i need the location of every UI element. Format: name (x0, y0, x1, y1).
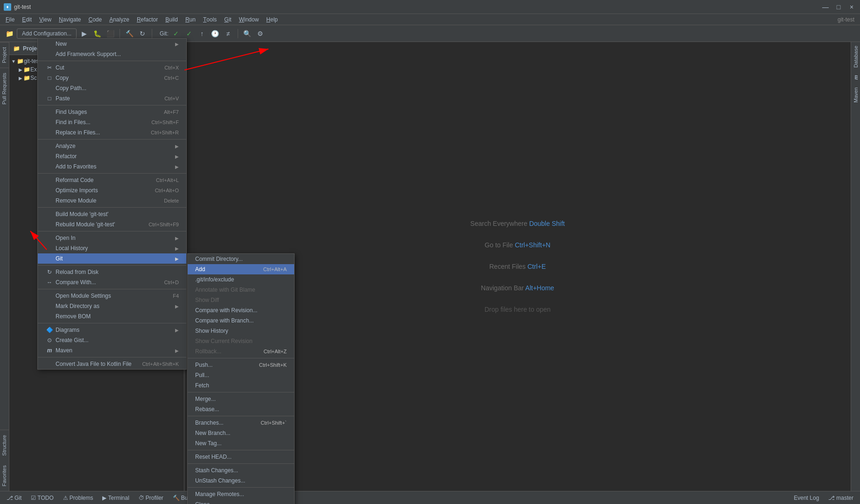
menu-window[interactable]: Window (235, 14, 263, 25)
menu-help[interactable]: Help (262, 14, 282, 25)
ctx-local-history[interactable]: Local History ▶ (38, 243, 186, 253)
settings-icon[interactable]: ⚙ (255, 28, 266, 39)
git-push[interactable]: ↑ (197, 28, 208, 39)
git-reset-head[interactable]: Reset HEAD... (188, 452, 294, 462)
ctx-optimize-imports[interactable]: Optimize Imports Ctrl+Alt+O (38, 185, 186, 196)
menu-view[interactable]: View (35, 14, 55, 25)
ctx-diagrams[interactable]: 🔷 Diagrams ▶ (38, 325, 186, 335)
git-fetch[interactable]: Fetch (188, 380, 294, 391)
status-git[interactable]: ⎇ Git (4, 494, 24, 502)
ctx-create-gist[interactable]: ⊙ Create Gist... (38, 335, 186, 345)
tab-structure[interactable]: Structure (0, 430, 9, 461)
ctx-cut[interactable]: ✂ Cut Ctrl+X (38, 63, 186, 73)
status-todo[interactable]: ☑ TODO (28, 494, 56, 502)
git-history[interactable]: 🕐 (210, 28, 221, 39)
status-event-log[interactable]: Event Log (791, 494, 822, 502)
menu-run[interactable]: Run (182, 14, 199, 25)
ctx-refactor[interactable]: Refactor ▶ (38, 151, 186, 161)
menu-navigate[interactable]: Navigate (55, 14, 85, 25)
terminal-label: Terminal (108, 495, 129, 501)
ctx-replace-in-files[interactable]: Replace in Files... Ctrl+Shift+R (38, 127, 186, 138)
ctx-reload-disk[interactable]: ↻ Reload from Disk (38, 267, 186, 277)
run-button[interactable]: ▶ (78, 28, 90, 39)
git-show-diff[interactable]: Show Diff (188, 295, 294, 305)
git-checkmark1[interactable]: ✓ (170, 28, 182, 39)
ctx-maven[interactable]: m Maven ▶ (38, 345, 186, 356)
menu-edit[interactable]: Edit (18, 14, 35, 25)
status-terminal[interactable]: ▶ Terminal (99, 494, 132, 502)
ctx-sep-9 (38, 323, 186, 323)
ctx-open-in[interactable]: Open In ▶ (38, 233, 186, 243)
git-commit-dir[interactable]: Commit Directory... (188, 254, 294, 264)
git-rebase[interactable]: Rebase... (188, 404, 294, 414)
debug-button[interactable]: 🐛 (92, 28, 103, 39)
ctx-analyze[interactable]: Analyze ▶ (38, 141, 186, 151)
git-clone[interactable]: Clone... (188, 499, 294, 504)
ctx-add-to-favorites[interactable]: Add to Favorites ▶ (38, 161, 186, 172)
git-push[interactable]: Push... Ctrl+Shift+K (188, 360, 294, 370)
ctx-reformat[interactable]: Reformat Code Ctrl+Alt+L (38, 175, 186, 185)
add-configuration-button[interactable]: Add Configuration... (17, 28, 77, 39)
git-new-branch[interactable]: New Branch... (188, 428, 294, 438)
minimize-button[interactable]: — (821, 3, 830, 11)
git-new-tag[interactable]: New Tag... (188, 438, 294, 448)
hint-navbar: Navigation Bar Alt+Home (481, 284, 554, 292)
close-button[interactable]: × (847, 3, 856, 11)
git-exclude[interactable]: .git/info/exclude (188, 274, 294, 285)
git-rollback[interactable]: Rollback... Ctrl+Alt+Z (188, 346, 294, 357)
ctx-compare-with[interactable]: ↔ Compare With... Ctrl+D (38, 277, 186, 287)
tab-project[interactable]: Project (0, 42, 9, 68)
status-profiler[interactable]: ⏱ Profiler (136, 494, 166, 502)
ctx-remove-bom[interactable]: Remove BOM (38, 311, 186, 322)
menu-build[interactable]: Build (162, 14, 182, 25)
status-problems[interactable]: ⚠ Problems (60, 494, 96, 502)
stop-button[interactable]: ⬛ (105, 28, 116, 39)
menu-analyze[interactable]: Analyze (106, 14, 133, 25)
ctx-copy[interactable]: □ Copy Ctrl+C (38, 73, 186, 83)
sidebar-database[interactable]: Database (852, 42, 860, 71)
build-button[interactable]: 🔨 (124, 28, 135, 39)
ctx-open-module-settings[interactable]: Open Module Settings F4 (38, 291, 186, 301)
git-branches[interactable]: Branches... Ctrl+Shift+` (188, 418, 294, 428)
ctx-paste[interactable]: □ Paste Ctrl+V (38, 93, 186, 104)
menu-code[interactable]: Code (85, 14, 106, 25)
status-branch[interactable]: ⎇ master (825, 494, 856, 502)
git-unstash[interactable]: UnStash Changes... (188, 476, 294, 486)
menu-git[interactable]: Git (220, 14, 235, 25)
git-pull[interactable]: Pull... (188, 370, 294, 380)
git-compare-revision[interactable]: Compare with Revision... (188, 305, 294, 315)
ctx-add-framework[interactable]: Add Framework Support... (38, 49, 186, 59)
ctx-remove-module[interactable]: Remove Module Delete (38, 196, 186, 206)
tab-pull-requests[interactable]: Pull Requests (0, 68, 9, 109)
sync-button[interactable]: ↻ (137, 28, 148, 39)
ctx-rebuild-module[interactable]: Rebuild Module 'git-test' Ctrl+Shift+F9 (38, 219, 186, 230)
git-checkmark2[interactable]: ✓ (183, 28, 195, 39)
ctx-new[interactable]: New ▶ (38, 39, 186, 49)
git-stash[interactable]: Stash Changes... (188, 465, 294, 476)
ctx-git[interactable]: Git ▶ Commit Directory... Add Ctrl+Alt+A… (38, 253, 186, 264)
toolbar-project-icon[interactable]: 📁 (4, 28, 15, 39)
vertical-tab-bar: Project Pull Requests Structure Favorite… (0, 42, 9, 491)
git-add[interactable]: Add Ctrl+Alt+A (188, 264, 294, 274)
sidebar-maven-icon[interactable]: m (852, 71, 860, 84)
git-annotate[interactable]: Annotate with Git Blame (188, 285, 294, 295)
ctx-find-usages[interactable]: Find Usages Alt+F7 (38, 107, 186, 117)
git-show-history[interactable]: Show History (188, 326, 294, 336)
git-merge[interactable]: Merge... (188, 394, 294, 404)
ctx-copy-path[interactable]: Copy Path... (38, 83, 186, 93)
git-compare-branch[interactable]: Compare with Branch... (188, 315, 294, 326)
tab-favorites[interactable]: Favorites (0, 461, 9, 491)
menu-tools[interactable]: Tools (199, 14, 220, 25)
ctx-convert-kotlin[interactable]: Convert Java File to Kotlin File Ctrl+Al… (38, 359, 186, 369)
maximize-button[interactable]: □ (834, 3, 843, 11)
search-everywhere-icon[interactable]: 🔍 (242, 28, 253, 39)
ctx-mark-directory[interactable]: Mark Directory as ▶ (38, 301, 186, 311)
git-show-current[interactable]: Show Current Revision (188, 336, 294, 346)
menu-file[interactable]: File (2, 14, 18, 25)
ctx-find-in-files[interactable]: Find in Files... Ctrl+Shift+F (38, 117, 186, 127)
git-manage-remotes[interactable]: Manage Remotes... (188, 489, 294, 499)
sidebar-maven[interactable]: Maven (852, 84, 860, 106)
menu-refactor[interactable]: Refactor (133, 14, 162, 25)
ctx-build-module[interactable]: Build Module 'git-test' (38, 209, 186, 219)
git-diff[interactable]: ≠ (223, 28, 234, 39)
